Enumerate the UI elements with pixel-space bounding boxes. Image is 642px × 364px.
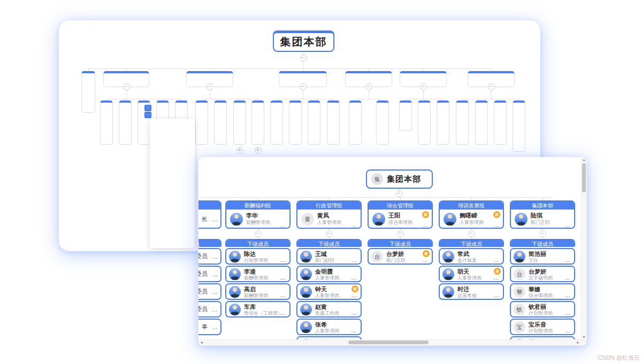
sub-org-node[interactable]	[289, 100, 302, 145]
more-icon[interactable]: …	[280, 222, 286, 228]
scroll-up-icon[interactable]: ▲	[582, 158, 586, 161]
member-row[interactable]: 车库管培生（工程类）…	[225, 301, 291, 317]
menu-item[interactable]	[150, 146, 195, 159]
sub-org-node[interactable]	[437, 100, 449, 145]
member-row[interactable]: 赵黄党建工作岗…	[296, 301, 362, 317]
menu-item[interactable]	[150, 208, 195, 220]
more-icon[interactable]: …	[422, 257, 429, 263]
collapse-toggle-group[interactable]: −	[468, 230, 475, 237]
more-icon[interactable]: …	[564, 292, 571, 298]
collapse-toggle-dept[interactable]: −	[365, 83, 372, 90]
member-row[interactable]: 委员…	[198, 301, 221, 317]
menu-item[interactable]	[150, 171, 195, 183]
more-icon[interactable]: …	[212, 289, 218, 295]
member-row[interactable]: 李逵薪酬管理岗…	[225, 266, 291, 282]
more-icon[interactable]: …	[280, 292, 286, 298]
more-icon[interactable]: …	[493, 292, 500, 298]
sub-org-node[interactable]	[195, 100, 208, 145]
member-row[interactable]: 高启薪酬管理岗…	[225, 283, 291, 300]
more-icon[interactable]: …	[564, 274, 571, 281]
collapse-toggle-expand[interactable]: +	[255, 147, 262, 154]
menu-item[interactable]	[150, 122, 195, 134]
sub-org-node[interactable]	[327, 100, 340, 145]
more-icon[interactable]: …	[493, 274, 500, 281]
member-row[interactable]: 事…	[198, 319, 221, 335]
menu-item[interactable]	[150, 134, 195, 146]
group-leader-card[interactable]: 薪酬福利组李华薪酬管理岗…	[225, 200, 291, 229]
sub-org-node[interactable]	[270, 100, 283, 145]
leader-row[interactable]: 长…	[198, 210, 220, 229]
sub-org-node[interactable]	[251, 100, 264, 145]
more-icon[interactable]: …	[422, 222, 429, 228]
sub-org-node[interactable]	[513, 100, 525, 152]
collapse-toggle-expand[interactable]: +	[236, 147, 243, 154]
collapse-toggle-dept[interactable]: −	[300, 83, 307, 90]
sub-org-node[interactable]	[308, 100, 320, 145]
member-row[interactable]: 宝宝乐音计划管理岗…	[510, 319, 575, 335]
more-icon[interactable]: …	[212, 271, 218, 277]
sub-org-node[interactable]	[119, 100, 132, 145]
more-icon[interactable]: …	[280, 309, 286, 316]
member-row[interactable]: 张希人事管理岗…	[296, 319, 362, 335]
members-root-node[interactable]: 集 集团本部	[366, 169, 433, 189]
more-icon[interactable]: …	[493, 222, 500, 228]
org-root-node[interactable]: 集团本部	[273, 30, 334, 52]
more-icon[interactable]: …	[212, 253, 218, 260]
menu-item[interactable]	[150, 159, 195, 171]
sub-org-node[interactable]	[214, 100, 227, 145]
collapse-toggle-group[interactable]: −	[539, 230, 546, 237]
member-row[interactable]: 台台梦妍文字秘书岗…	[510, 266, 575, 282]
sub-org-node[interactable]	[233, 100, 246, 145]
collapse-toggle-dept[interactable]: −	[488, 83, 495, 90]
member-row[interactable]: 陈达行政管理岗…	[225, 248, 291, 265]
sub-org-node[interactable]	[418, 100, 431, 145]
collapse-toggle-group[interactable]: −	[397, 230, 404, 237]
org-actions-icon[interactable]: ∷ ⋯	[144, 105, 152, 119]
collapse-toggle-f-root[interactable]: −	[396, 190, 403, 197]
scroll-left-icon[interactable]: ◄	[200, 340, 203, 344]
member-row[interactable]: 钟天人事管理岗…兼	[296, 283, 362, 300]
sub-org-node[interactable]	[494, 100, 507, 145]
more-icon[interactable]: …	[493, 257, 500, 263]
vertical-scrollbar-thumb[interactable]	[582, 163, 586, 192]
collapse-toggle-dept[interactable]: −	[207, 83, 213, 90]
group-leader-card[interactable]: 培训发展组阙曙嵘人事管理岗…兼	[439, 200, 504, 229]
more-icon[interactable]: …	[351, 309, 357, 316]
scroll-down-icon[interactable]: ▼	[582, 335, 586, 339]
member-row[interactable]: 金明霞人事管理岗…	[296, 266, 362, 282]
more-icon[interactable]: …	[564, 257, 571, 263]
sub-org-node[interactable]	[399, 100, 412, 131]
vertical-scrollbar[interactable]: ▲ ▼	[581, 157, 586, 345]
menu-item[interactable]	[150, 196, 195, 208]
member-row[interactable]: 胡天人事管理岗…兼	[439, 266, 504, 282]
member-row[interactable]: 黎黎姗综合审理岗…	[510, 283, 575, 300]
more-icon[interactable]: …	[351, 222, 357, 228]
more-icon[interactable]: …	[351, 257, 357, 263]
group-leader-card[interactable]: 集团本部陆琪部门正职…	[510, 200, 575, 229]
more-icon[interactable]: …	[212, 324, 218, 330]
member-row[interactable]: 台台梦妍部门正职…兼	[368, 248, 433, 265]
member-row[interactable]: 委员…	[198, 283, 221, 300]
more-icon[interactable]: …	[280, 274, 286, 281]
sub-org-node[interactable]	[100, 100, 113, 145]
member-row[interactable]: 委员…	[198, 266, 221, 282]
more-icon[interactable]: …	[351, 292, 357, 298]
member-row[interactable]: 时迁运营考核…	[439, 283, 504, 300]
org-settings-icon[interactable]: ∷	[144, 105, 151, 111]
member-row[interactable]: 王城部门副职…	[296, 248, 362, 265]
member-row[interactable]: 委员…	[198, 248, 221, 265]
menu-item[interactable]	[150, 220, 195, 233]
collapse-toggle-root[interactable]: −	[300, 55, 307, 61]
more-icon[interactable]: …	[212, 306, 218, 313]
member-row[interactable]: 钦钦君丽计划管理岗…	[510, 301, 575, 317]
more-icon[interactable]: …	[564, 222, 571, 228]
menu-item[interactable]	[150, 183, 195, 196]
more-icon[interactable]: …	[351, 274, 357, 281]
group-leader-card[interactable]: 综合管理组王阳综合审理岗…兼	[368, 200, 433, 229]
member-row[interactable]: 简浩丽主任…	[510, 248, 575, 265]
org-more-icon[interactable]: ⋯	[144, 112, 151, 118]
horizontal-scrollbar-thumb[interactable]	[348, 340, 429, 344]
more-icon[interactable]: …	[564, 327, 571, 334]
collapse-toggle-group[interactable]: −	[326, 230, 333, 237]
horizontal-scrollbar[interactable]: ◄ ►	[198, 339, 586, 345]
